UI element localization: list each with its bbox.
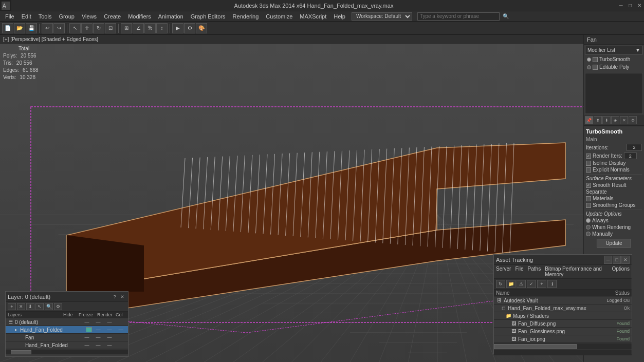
toolbar-new[interactable]: 📄	[2, 23, 13, 33]
menu-tools[interactable]: Tools	[35, 13, 55, 20]
at-row[interactable]: 🖼Fan_Diffuse.pngFound	[494, 320, 632, 328]
toolbar-rotate[interactable]: ↻	[93, 23, 104, 33]
maximize-button[interactable]: □	[625, 1, 635, 10]
at-menu-server[interactable]: Server	[496, 265, 511, 278]
minimize-button[interactable]: ─	[616, 1, 625, 10]
lw-row[interactable]: ☰0 (default)———	[6, 318, 128, 326]
toolbar-open[interactable]: 📂	[14, 23, 25, 33]
lw-query[interactable]: ?	[111, 293, 118, 300]
when-rendering-radio[interactable]	[586, 225, 591, 230]
menu-create[interactable]: Create	[101, 13, 124, 20]
toolbar-percent-snap[interactable]: %	[144, 23, 156, 33]
toolbar-snap[interactable]: ⊞	[121, 23, 132, 33]
lw-row[interactable]: Fan———	[6, 334, 128, 341]
search-input[interactable]	[417, 12, 500, 21]
toolbar-save[interactable]: 💾	[26, 23, 37, 33]
at-btn-refresh[interactable]: ↻	[496, 280, 505, 288]
icon-down-mod[interactable]: ⬇	[602, 116, 611, 124]
menu-file[interactable]: File	[2, 13, 17, 20]
smoothing-groups-check[interactable]	[586, 203, 591, 208]
mod-check-editablepoly[interactable]	[593, 65, 598, 70]
at-scroll-thumb[interactable]	[494, 344, 577, 349]
modifier-item-editablepoly[interactable]: Editable Poly	[585, 63, 643, 71]
at-content[interactable]: 🗄Autodesk VaultLogged Ou◻Hand_Fan_Folded…	[494, 297, 632, 343]
at-btn-add[interactable]: +	[537, 280, 546, 288]
search-button[interactable]: 🔍	[503, 13, 509, 19]
at-menu-bitmap-perf[interactable]: Bitmap Performance and Memory	[545, 265, 608, 278]
menu-modifiers[interactable]: Modifiers	[125, 13, 154, 20]
at-scroll-track[interactable]	[494, 344, 632, 349]
manually-row: Manually	[586, 231, 642, 237]
lw-delete-layer[interactable]: ✕	[17, 303, 25, 310]
menu-rendering[interactable]: Rendering	[230, 13, 262, 20]
iterations-input[interactable]	[627, 144, 642, 151]
lw-scroll-thumb[interactable]	[11, 350, 31, 354]
manually-radio[interactable]	[586, 232, 591, 236]
materials-check[interactable]	[586, 196, 591, 201]
lw-add-to-layer[interactable]: ⬇	[26, 303, 34, 310]
close-button[interactable]: ✕	[635, 1, 644, 10]
render-iters-check[interactable]	[586, 154, 591, 159]
lw-select-objects[interactable]: ↖	[35, 303, 44, 310]
at-minimize[interactable]: ─	[604, 256, 612, 264]
at-row[interactable]: 🗄Autodesk VaultLogged Ou	[494, 297, 632, 304]
icon-move-mod[interactable]: ⬆	[594, 116, 602, 124]
menu-group[interactable]: Group	[56, 13, 78, 20]
toolbar-material-editor[interactable]: 🎨	[196, 23, 207, 33]
at-btn-path[interactable]: 📁	[506, 280, 516, 288]
lw-close[interactable]: ✕	[119, 293, 126, 300]
render-iters-input[interactable]	[624, 153, 637, 159]
isoline-check[interactable]	[586, 161, 591, 166]
menu-customize[interactable]: Customize	[263, 13, 296, 20]
icon-make-unique[interactable]: ◈	[611, 116, 619, 124]
icon-pin[interactable]: 📌	[585, 116, 593, 124]
at-row[interactable]: ◻Hand_Fan_Folded_max_vray.maxOk	[494, 304, 632, 312]
at-menu-options[interactable]: Options	[612, 265, 630, 278]
toolbar-undo[interactable]: ↩	[42, 23, 53, 33]
explicit-normals-check[interactable]	[586, 167, 591, 173]
at-row[interactable]: 🖼Fan_ior.pngFound	[494, 335, 632, 343]
workspace-selector[interactable]: Workspace: Default	[352, 12, 412, 21]
icon-config[interactable]: ⚙	[629, 116, 637, 124]
at-btn-missing[interactable]: ⚠	[517, 280, 526, 288]
at-row-status: Logged Ou	[599, 298, 630, 303]
lw-new-layer[interactable]: +	[8, 303, 16, 310]
lw-content[interactable]: ☰0 (default)———▸Hand_Fan_Folded———Fan———…	[6, 318, 128, 349]
lw-row[interactable]: Hand_Fan_Folded———	[6, 341, 128, 349]
toolbar-render-settings[interactable]: ⚙	[184, 23, 195, 33]
at-btn-check[interactable]: ✓	[527, 280, 536, 288]
at-close[interactable]: ✕	[621, 256, 630, 264]
menu-animation[interactable]: Animation	[155, 13, 187, 20]
menu-views[interactable]: Views	[79, 13, 100, 20]
viewport-header[interactable]: [+] [Perspective] [Shaded + Edged Faces]	[0, 35, 583, 44]
menu-graph-editors[interactable]: Graph Editors	[188, 13, 229, 20]
at-maximize[interactable]: □	[613, 256, 621, 264]
menu-maxscript[interactable]: MAXScript	[297, 13, 329, 20]
mod-check-turbsmooth[interactable]	[593, 57, 598, 62]
lw-horizontal-scrollbar[interactable]	[6, 349, 128, 354]
modifier-item-turbsmooth[interactable]: TurboSmooth	[585, 55, 643, 63]
menu-edit[interactable]: Edit	[19, 13, 34, 20]
at-row[interactable]: 🖼Fan_Glossiness.pngFound	[494, 328, 632, 335]
toolbar-move[interactable]: ✛	[81, 23, 93, 33]
at-menu-file[interactable]: File	[515, 265, 523, 278]
update-button[interactable]: Update	[597, 239, 631, 247]
always-radio[interactable]	[586, 218, 591, 223]
modifier-list-header[interactable]: Modifier List ▼	[585, 46, 643, 54]
at-horizontal-scrollbar[interactable]	[494, 343, 632, 349]
menu-help[interactable]: Help	[330, 13, 348, 20]
toolbar-select[interactable]: ↖	[69, 23, 81, 33]
toolbar-redo[interactable]: ↪	[53, 23, 65, 33]
at-menu-paths[interactable]: Paths	[528, 265, 541, 278]
lw-highlight[interactable]: 🔍	[45, 303, 53, 310]
smooth-result-check[interactable]	[586, 183, 591, 188]
icon-delete-mod[interactable]: ✕	[620, 116, 628, 124]
toolbar-spinner-snap[interactable]: ↕	[156, 23, 168, 33]
toolbar-scale[interactable]: ⊡	[105, 23, 116, 33]
lw-settings[interactable]: ⚙	[54, 303, 62, 310]
toolbar-angle-snap[interactable]: ∠	[133, 23, 144, 33]
at-btn-info[interactable]: ℹ	[547, 280, 557, 288]
at-row[interactable]: 📁Maps / Shaders	[494, 312, 632, 320]
lw-row[interactable]: ▸Hand_Fan_Folded———	[6, 326, 128, 334]
toolbar-render[interactable]: ▶	[172, 23, 183, 33]
